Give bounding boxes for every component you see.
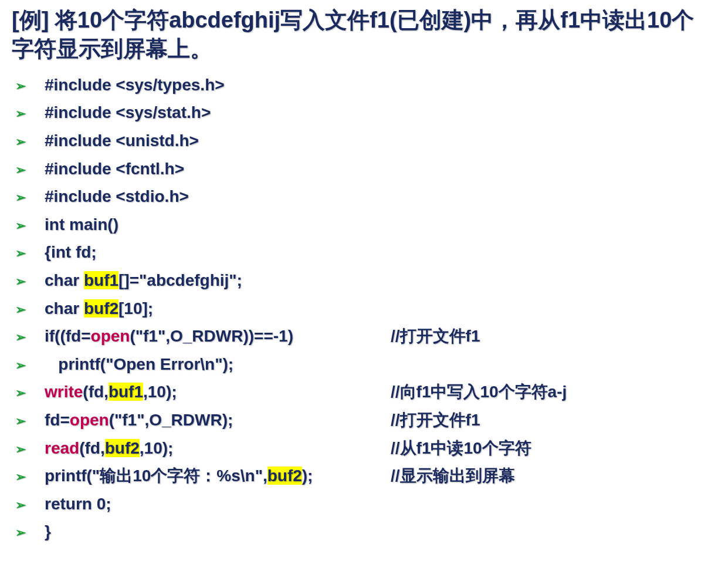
code-token: (fd, xyxy=(79,439,105,457)
highlighted-token: buf1 xyxy=(109,383,143,401)
code-line: ➢} xyxy=(12,518,713,546)
code-comment: //显示输出到屏幕 xyxy=(391,462,515,490)
code-list: ➢#include <sys/types.h>➢#include <sys/st… xyxy=(12,71,713,546)
bullet-icon: ➢ xyxy=(12,410,45,432)
code-content: fd=open("f1",O_RDWR); xyxy=(45,406,379,434)
code-content: #include <fcntl.h> xyxy=(45,155,184,183)
code-token: []="abcdefghij"; xyxy=(118,271,242,289)
code-token: printf("输出10个字符：%s\n", xyxy=(45,467,267,485)
bullet-icon: ➢ xyxy=(12,299,45,320)
code-content: return 0; xyxy=(45,490,111,518)
code-line: ➢#include <fcntl.h> xyxy=(12,155,713,183)
code-content: #include <sys/stat.h> xyxy=(45,99,211,127)
code-token: return 0; xyxy=(45,495,111,513)
code-content: int main() xyxy=(45,211,118,239)
highlighted-token: buf2 xyxy=(84,299,118,317)
bullet-icon: ➢ xyxy=(12,242,45,264)
bullet-icon: ➢ xyxy=(12,103,45,124)
keyword-token: read xyxy=(45,439,79,457)
code-token: printf("Open Error\n"); xyxy=(45,355,233,373)
code-content: char buf2[10]; xyxy=(45,295,153,323)
code-line: ➢if((fd=open("f1",O_RDWR))==-1)//打开文件f1 xyxy=(12,322,713,350)
code-content: #include <unistd.h> xyxy=(45,127,199,155)
code-token: #include <fcntl.h> xyxy=(45,160,184,178)
code-token: ("f1",O_RDWR); xyxy=(109,411,233,429)
code-comment: //从f1中读10个字符 xyxy=(391,434,531,462)
slide-title: [例] 将10个字符abcdefghij写入文件f1(已创建)中，再从f1中读出… xyxy=(12,6,713,64)
code-content: printf("Open Error\n"); xyxy=(45,350,233,379)
code-line: ➢fd=open("f1",O_RDWR);//打开文件f1 xyxy=(12,406,713,434)
highlighted-token: buf2 xyxy=(105,439,140,457)
bullet-icon: ➢ xyxy=(12,271,45,292)
bullet-icon: ➢ xyxy=(12,159,45,181)
code-token: ); xyxy=(302,467,313,485)
code-line: ➢#include <unistd.h> xyxy=(12,127,713,155)
code-line: ➢#include <stdio.h> xyxy=(12,183,713,211)
code-token: [10]; xyxy=(118,299,153,317)
code-line: ➢{int fd; xyxy=(12,238,713,266)
code-token: #include <sys/stat.h> xyxy=(45,103,211,121)
keyword-token: write xyxy=(45,383,83,401)
code-line: ➢printf("输出10个字符：%s\n",buf2);//显示输出到屏幕 xyxy=(12,462,713,490)
code-token: if((fd= xyxy=(45,327,91,345)
code-token: int main() xyxy=(45,215,118,234)
code-line: ➢#include <sys/types.h> xyxy=(12,71,713,99)
code-line: ➢write(fd,buf1,10);//向f1中写入10个字符a-j xyxy=(12,378,713,406)
bullet-icon: ➢ xyxy=(12,354,45,376)
keyword-token: open xyxy=(91,327,130,345)
bullet-icon: ➢ xyxy=(12,522,45,543)
code-line: ➢return 0; xyxy=(12,490,713,518)
code-content: write(fd,buf1,10); xyxy=(45,378,379,406)
code-comment: //向f1中写入10个字符a-j xyxy=(391,378,567,406)
bullet-icon: ➢ xyxy=(12,131,45,153)
bullet-icon: ➢ xyxy=(12,494,45,516)
bullet-icon: ➢ xyxy=(12,187,45,208)
code-token: {int fd; xyxy=(45,243,97,261)
code-content: printf("输出10个字符：%s\n",buf2); xyxy=(45,462,379,490)
code-line: ➢ printf("Open Error\n"); xyxy=(12,350,713,379)
code-token: ,10); xyxy=(143,383,177,401)
code-line: ➢char buf2[10]; xyxy=(12,295,713,323)
code-comment: //打开文件f1 xyxy=(391,322,480,350)
code-token: #include <stdio.h> xyxy=(45,187,189,205)
code-line: ➢#include <sys/stat.h> xyxy=(12,99,713,127)
bullet-icon: ➢ xyxy=(12,466,45,488)
bullet-icon: ➢ xyxy=(12,326,45,348)
code-token: #include <unistd.h> xyxy=(45,131,199,150)
code-content: if((fd=open("f1",O_RDWR))==-1) xyxy=(45,322,379,350)
code-line: ➢read(fd,buf2,10);//从f1中读10个字符 xyxy=(12,434,713,462)
code-token: (fd, xyxy=(83,383,109,401)
code-content: #include <sys/types.h> xyxy=(45,71,225,99)
code-line: ➢int main() xyxy=(12,211,713,239)
code-content: char buf1[]="abcdefghij"; xyxy=(45,266,242,295)
code-token: char xyxy=(45,271,84,289)
code-token: } xyxy=(45,522,51,540)
code-content: #include <stdio.h> xyxy=(45,183,189,211)
bullet-icon: ➢ xyxy=(12,75,45,97)
code-content: {int fd; xyxy=(45,238,97,266)
bullet-icon: ➢ xyxy=(12,438,45,460)
keyword-token: open xyxy=(70,411,109,429)
code-content: read(fd,buf2,10); xyxy=(45,434,379,462)
bullet-icon: ➢ xyxy=(12,215,45,236)
code-line: ➢char buf1[]="abcdefghij"; xyxy=(12,266,713,295)
code-comment: //打开文件f1 xyxy=(391,406,480,434)
code-token: ,10); xyxy=(140,439,174,457)
code-token: fd= xyxy=(45,411,70,429)
bullet-icon: ➢ xyxy=(12,382,45,404)
code-token: #include <sys/types.h> xyxy=(45,76,225,94)
code-content: } xyxy=(45,518,51,546)
code-token: char xyxy=(45,299,84,317)
highlighted-token: buf1 xyxy=(84,271,118,289)
highlighted-token: buf2 xyxy=(267,467,302,485)
code-token: ("f1",O_RDWR))==-1) xyxy=(130,327,293,345)
